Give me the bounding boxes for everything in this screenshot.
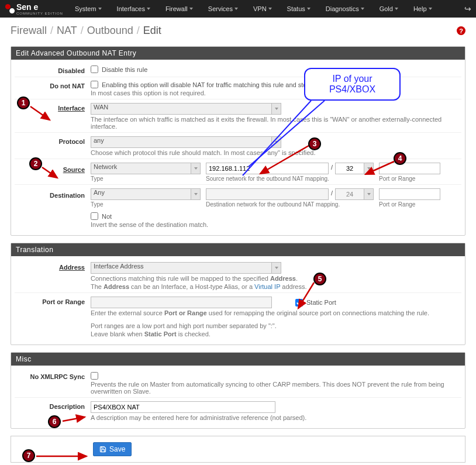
destination-port-sublabel: Port or Range [379, 201, 440, 208]
checkbox-static-port[interactable] [295, 299, 303, 306]
panel-translation-title: Translation [11, 243, 465, 256]
save-icon [99, 446, 106, 453]
source-port-sublabel: Port or Range [379, 175, 440, 182]
translation-address-help1: Connections matching this rule will be m… [91, 275, 461, 282]
select-source-type-dropdown-icon[interactable] [191, 163, 201, 174]
select-protocol[interactable]: any [91, 136, 272, 148]
annotation-badge-5: 5 [313, 273, 326, 285]
select-translation-address-dropdown-icon[interactable] [272, 262, 281, 274]
destination-not-label: Not [102, 213, 112, 220]
chevron-down-icon [367, 193, 371, 195]
label-translation-port: Port or Range [15, 297, 91, 337]
nav-firewall[interactable]: Firewall [165, 5, 193, 12]
breadcrumb: Firewall/ NAT/ Outbound/ Edit ? [0, 18, 476, 44]
chevron-down-icon [429, 8, 432, 10]
destination-mask-dropdown-icon[interactable] [364, 188, 374, 200]
select-translation-address[interactable]: Interface Address [91, 262, 272, 274]
input-description[interactable] [91, 401, 275, 413]
chevron-down-icon [194, 193, 198, 195]
logo-icon [5, 4, 15, 14]
nav-gold[interactable]: Gold [380, 5, 398, 12]
logout-icon[interactable]: ↪ [464, 4, 471, 13]
checkbox-destination-not[interactable] [91, 212, 98, 220]
chevron-down-icon [395, 8, 398, 10]
chevron-down-icon [275, 267, 278, 269]
nav-vpn[interactable]: VPN [253, 5, 272, 12]
chevron-down-icon [307, 8, 311, 10]
panel-translation: Translation Address Interface Address Co… [11, 243, 465, 345]
crumb-firewall[interactable]: Firewall [11, 25, 47, 37]
source-type-sublabel: Type [91, 175, 201, 182]
input-translation-port [91, 297, 272, 308]
annotation-badge-3: 3 [308, 137, 321, 150]
select-protocol-dropdown-icon[interactable] [272, 136, 281, 148]
annotation-badge-2: 2 [29, 157, 42, 170]
panel-misc-title: Misc [11, 353, 465, 366]
xmlrpc-help: Prevents the rule on Master from automat… [91, 381, 461, 395]
label-destination: Destination [15, 188, 91, 228]
save-button[interactable]: Save [93, 442, 132, 456]
select-interface[interactable]: WAN [91, 103, 272, 115]
input-destination-port[interactable] [379, 188, 440, 200]
chevron-down-icon [275, 108, 278, 110]
nav-system[interactable]: System [75, 5, 102, 12]
static-port-label: Static Port [306, 299, 336, 306]
select-interface-dropdown-icon[interactable] [272, 103, 281, 115]
translation-port-help2: Port ranges are a low port and high port… [91, 322, 461, 329]
select-destination-type-dropdown-icon[interactable] [191, 188, 201, 200]
nav-diagnostics[interactable]: Diagnostics [326, 5, 364, 12]
input-source-mask[interactable] [335, 163, 364, 174]
source-addr-sublabel: Source network for the outbound NAT mapp… [206, 175, 374, 182]
translation-port-help3: Leave blank when Static Port is checked. [91, 330, 461, 337]
donotnat-cb-label: Enabling this option will disable NAT fo… [102, 81, 332, 88]
translation-port-help1: Enter the external source Port or Range … [91, 309, 461, 316]
logo-subtext: COMMUNITY EDITION [16, 12, 63, 15]
select-source-type[interactable]: Network [91, 163, 191, 174]
nav-status[interactable]: Status [287, 5, 311, 12]
annotation-callout: IP of your PS4/XBOX [304, 68, 401, 101]
nav-interfaces[interactable]: Interfaces [117, 5, 150, 12]
logo[interactable]: Sen e COMMUNITY EDITION [5, 2, 63, 15]
label-xmlrpc: No XMLRPC Sync [15, 371, 91, 395]
nav-services[interactable]: Services [208, 5, 238, 12]
chevron-down-icon [275, 141, 278, 143]
chevron-down-icon [268, 8, 272, 10]
annotation-badge-4: 4 [394, 152, 406, 165]
crumb-outbound[interactable]: Outbound [87, 25, 133, 37]
donotnat-help: In most cases this option is not require… [91, 89, 461, 97]
destination-not-help: Invert the sense of the destination matc… [91, 221, 461, 228]
input-destination-address [206, 188, 329, 200]
annotation-badge-6: 6 [48, 415, 61, 428]
callout-line1: IP of your [315, 74, 390, 84]
crumb-current: Edit [143, 25, 161, 37]
nav-menu: System Interfaces Firewall Services VPN … [75, 5, 464, 12]
page-help-icon[interactable]: ? [457, 26, 465, 35]
annotation-badge-7: 7 [22, 449, 35, 462]
checkbox-disabled[interactable] [91, 66, 98, 73]
interface-help: The interface on which traffic is matche… [91, 116, 461, 130]
logo-text: Sen e [16, 2, 63, 12]
virtual-ip-link[interactable]: Virtual IP [254, 283, 280, 290]
input-source-port[interactable] [379, 163, 440, 174]
label-protocol: Protocol [15, 136, 91, 156]
select-destination-type[interactable]: Any [91, 188, 191, 200]
description-help: A description may be entered here for ad… [91, 414, 461, 421]
checkbox-donotnat[interactable] [91, 81, 98, 88]
disabled-cb-label: Disable this rule [102, 66, 147, 73]
crumb-nat[interactable]: NAT [57, 25, 77, 37]
label-disabled: Disabled [15, 66, 91, 74]
save-row: Save [11, 436, 465, 463]
input-destination-mask [335, 188, 364, 200]
svg-point-1 [9, 8, 15, 13]
destination-type-sublabel: Type [91, 201, 201, 208]
input-source-address[interactable] [206, 163, 329, 174]
source-mask-dropdown-icon[interactable] [364, 163, 374, 174]
checkbox-xmlrpc[interactable] [91, 372, 98, 380]
label-translation-address: Address [15, 262, 91, 290]
top-navbar: Sen e COMMUNITY EDITION System Interface… [0, 0, 476, 18]
label-source: Source [15, 163, 91, 182]
nav-help[interactable]: Help [413, 5, 432, 12]
svg-point-0 [5, 4, 11, 9]
annotation-badge-1: 1 [17, 97, 30, 109]
chevron-down-icon [234, 8, 238, 10]
